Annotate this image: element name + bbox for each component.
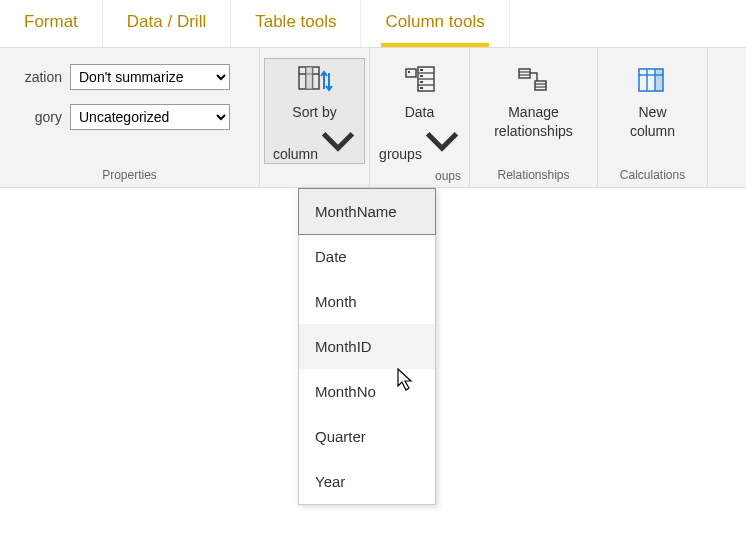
chevron-down-icon — [424, 123, 460, 163]
new-column-button[interactable]: New column — [621, 58, 684, 141]
svg-rect-14 — [420, 75, 423, 77]
svg-rect-7 — [406, 69, 416, 77]
relationships-icon — [515, 63, 551, 102]
groups-line1: Data — [405, 104, 435, 121]
tab-table-tools[interactable]: Table tools — [231, 0, 361, 47]
dropdown-item-monthname[interactable]: MonthName — [298, 188, 436, 235]
svg-rect-20 — [535, 81, 546, 90]
category-label: gory — [12, 109, 62, 125]
relationships-line2: relationships — [494, 123, 573, 140]
group-properties: zation Don't summarize gory Uncategorize… — [0, 48, 260, 187]
category-select[interactable]: Uncategorized — [70, 104, 230, 130]
data-groups-icon — [402, 63, 438, 102]
tab-format[interactable]: Format — [0, 0, 103, 47]
group-relationships: Manage relationships Relationships — [470, 48, 598, 187]
sort-by-column-dropdown: MonthName Date Month MonthID MonthNo Qua… — [298, 188, 436, 505]
sort-line2: column — [273, 123, 356, 163]
group-label-groups-partial: oups — [435, 169, 461, 183]
newcol-line2: column — [630, 123, 675, 140]
new-column-icon — [634, 63, 670, 102]
group-sort: Sort by column Sort — [260, 48, 370, 187]
ribbon-tabs: Format Data / Drill Table tools Column t… — [0, 0, 746, 48]
newcol-line1: New — [638, 104, 666, 121]
group-label-relationships: Relationships — [470, 165, 597, 187]
svg-rect-13 — [420, 69, 423, 71]
svg-rect-17 — [519, 69, 530, 78]
chevron-down-icon — [320, 123, 356, 163]
data-groups-button[interactable]: Data groups — [370, 58, 469, 164]
svg-rect-8 — [408, 71, 410, 73]
ribbon: zation Don't summarize gory Uncategorize… — [0, 48, 746, 188]
summarization-select[interactable]: Don't summarize — [70, 64, 230, 90]
group-label-properties: Properties — [0, 165, 259, 187]
svg-rect-27 — [655, 69, 663, 91]
tab-column-tools[interactable]: Column tools — [361, 0, 509, 47]
sort-by-column-button[interactable]: Sort by column — [264, 58, 365, 164]
dropdown-item-monthid[interactable]: MonthID — [299, 324, 435, 369]
relationships-line1: Manage — [508, 104, 559, 121]
svg-rect-4 — [306, 67, 313, 89]
group-calculations: New column Calculations — [598, 48, 708, 187]
dropdown-item-quarter[interactable]: Quarter — [299, 414, 435, 459]
dropdown-item-date[interactable]: Date — [299, 234, 435, 279]
groups-line2: groups — [379, 123, 460, 163]
tab-data-drill[interactable]: Data / Drill — [103, 0, 231, 47]
svg-rect-16 — [420, 87, 423, 89]
summarization-label: zation — [12, 69, 62, 85]
dropdown-item-monthno[interactable]: MonthNo — [299, 369, 435, 414]
dropdown-item-month[interactable]: Month — [299, 279, 435, 324]
sort-line1: Sort by — [292, 104, 336, 121]
svg-rect-15 — [420, 81, 423, 83]
manage-relationships-button[interactable]: Manage relationships — [485, 58, 582, 141]
dropdown-item-year[interactable]: Year — [299, 459, 435, 504]
sort-icon — [297, 63, 333, 102]
group-label-calculations: Calculations — [598, 165, 707, 187]
group-data-groups: Data groups oups — [370, 48, 470, 187]
